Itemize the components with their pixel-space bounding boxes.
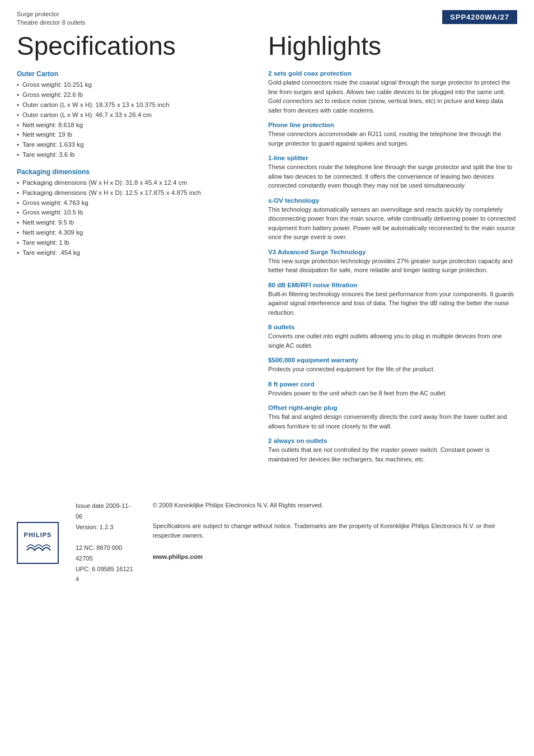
highlight-item-emi-rfi: 80 dB EMI/RFI noise filtrationBuilt-in f… xyxy=(268,282,517,318)
highlight-desc: This flat and angled design conveniently… xyxy=(268,412,517,431)
list-item: Gross weight: 10.5 lb xyxy=(17,208,246,218)
specifications-column: Specifications Outer Carton Gross weight… xyxy=(17,30,257,471)
philips-logo: PHILIPS xyxy=(17,522,59,564)
outer-carton-list: Gross weight: 10.251 kgGross weight: 22.… xyxy=(17,80,246,160)
nc-label: 12 NC: 8670 000 42705 xyxy=(76,543,136,563)
list-item: Nett weight: 9.5 lb xyxy=(17,218,246,228)
highlight-title: 1-line splitter xyxy=(268,155,517,161)
highlight-desc: Built-in filtering technology ensures th… xyxy=(268,290,517,318)
highlight-item-phone-line: Phone line protectionThese connectors ac… xyxy=(268,122,517,148)
highlight-title: s-OV technology xyxy=(268,197,517,204)
product-subtitle: Theatre director 8 outlets xyxy=(17,19,85,26)
logo-waves xyxy=(24,540,52,554)
issue-date: Issue date 2009-11-06 xyxy=(76,501,136,521)
highlight-desc: These connectors route the telephone lin… xyxy=(268,162,517,190)
list-item: Tare weight: 1 lb xyxy=(17,238,246,248)
list-item: Gross weight: 4.763 kg xyxy=(17,198,246,208)
highlight-item-1-line-splitter: 1-line splitterThese connectors route th… xyxy=(268,155,517,190)
list-item: Packaging dimensions (W x H x D): 12.5 x… xyxy=(17,188,246,198)
highlight-title: $500,000 equipment warranty xyxy=(268,357,517,363)
highlight-desc: Converts one outlet into eight outlets a… xyxy=(268,332,517,350)
highlight-item-gold-coax: 2 sets gold coax protectionGold-plated c… xyxy=(268,70,517,115)
list-item: Nett weight: 19 lb xyxy=(17,130,246,140)
packaging-dimensions-title: Packaging dimensions xyxy=(17,168,246,176)
list-item: Nett weight: 4.309 kg xyxy=(17,228,246,238)
highlight-item-2-always-on: 2 always on outletsTwo outlets that are … xyxy=(268,437,517,464)
highlight-title: Phone line protection xyxy=(268,122,517,128)
list-item: Outer carton (L x W x H): 46.7 x 33 x 26… xyxy=(17,110,246,120)
footer: PHILIPS Issue date 2009-11-06 Version: 1… xyxy=(0,487,534,596)
highlight-title: 8 outlets xyxy=(268,324,517,330)
logo-waves-svg xyxy=(24,540,52,553)
list-item: Tare weight: 3.6 lb xyxy=(17,150,246,160)
highlight-title: 80 dB EMI/RFI noise filtration xyxy=(268,282,517,288)
highlight-title: 8 ft power cord xyxy=(268,381,517,388)
highlight-desc: This new surge protection technology pro… xyxy=(268,256,517,275)
product-code: SPP4200WA/27 xyxy=(450,13,509,21)
footer-col-1: Issue date 2009-11-06 Version: 1.2.3 12 … xyxy=(76,501,136,585)
highlights-heading: Highlights xyxy=(268,32,517,60)
list-item: Gross weight: 22.6 lb xyxy=(17,90,246,100)
upc-label: UPC: 6 09585 16121 4 xyxy=(76,564,136,585)
highlight-title: 2 sets gold coax protection xyxy=(268,70,517,77)
list-item: Packaging dimensions (W x H x D): 31.8 x… xyxy=(17,178,246,188)
page-wrapper: Surge protector Theatre director 8 outle… xyxy=(0,0,534,756)
outer-carton-title: Outer Carton xyxy=(17,70,246,78)
footer-col-2: © 2009 Koninklijke Philips Electronics N… xyxy=(153,501,517,585)
logo-text: PHILIPS xyxy=(24,531,52,538)
highlights-container: 2 sets gold coax protectionGold-plated c… xyxy=(268,70,517,464)
highlight-title: 2 always on outlets xyxy=(268,437,517,444)
highlight-item-power-cord: 8 ft power cordProvides power to the uni… xyxy=(268,381,517,398)
highlight-item-offset-plug: Offset right-angle plugThis flat and ang… xyxy=(268,404,517,431)
highlight-item-v3-surge: V3 Advanced Surge TechnologyThis new sur… xyxy=(268,249,517,275)
highlights-column: Highlights 2 sets gold coax protectionGo… xyxy=(257,30,517,471)
highlight-title: V3 Advanced Surge Technology xyxy=(268,249,517,255)
list-item: Nett weight: 8.618 kg xyxy=(17,120,246,130)
list-item: Tare weight: .454 kg xyxy=(17,248,246,258)
highlight-item-warranty: $500,000 equipment warrantyProtects your… xyxy=(268,357,517,374)
version: Version: 1.2.3 xyxy=(76,522,136,533)
specifications-heading: Specifications xyxy=(17,32,246,60)
highlight-desc: Gold-plated connectors route the coaxial… xyxy=(268,78,517,115)
highlight-item-s-ov: s-OV technologyThis technology automatic… xyxy=(268,197,517,242)
disclaimer-text: Specifications are subject to change wit… xyxy=(153,521,517,541)
highlight-desc: Provides power to the unit which can be … xyxy=(268,389,517,398)
website: www.philips.com xyxy=(153,552,517,562)
highlight-title: Offset right-angle plug xyxy=(268,404,517,411)
product-type: Surge protector xyxy=(17,11,59,17)
highlight-item-8-outlets: 8 outletsConverts one outlet into eight … xyxy=(268,324,517,350)
highlight-desc: This technology automatically senses an … xyxy=(268,205,517,242)
header-left: Surge protector Theatre director 8 outle… xyxy=(17,10,85,27)
list-item: Gross weight: 10.251 kg xyxy=(17,80,246,90)
header: Surge protector Theatre director 8 outle… xyxy=(0,0,534,30)
list-item: Tare weight: 1.633 kg xyxy=(17,140,246,150)
list-item: Outer carton (L x W x H): 18.375 x 13 x … xyxy=(17,100,246,110)
footer-info: Issue date 2009-11-06 Version: 1.2.3 12 … xyxy=(76,501,517,585)
main-content: Specifications Outer Carton Gross weight… xyxy=(0,30,534,471)
copyright-text: © 2009 Koninklijke Philips Electronics N… xyxy=(153,501,517,511)
packaging-dimensions-list: Packaging dimensions (W x H x D): 31.8 x… xyxy=(17,178,246,258)
product-code-box: SPP4200WA/27 xyxy=(442,10,517,24)
highlight-desc: Two outlets that are not controlled by t… xyxy=(268,445,517,464)
highlight-desc: These connectors accommodate an RJ11 cor… xyxy=(268,129,517,148)
highlight-desc: Protects your connected equipment for th… xyxy=(268,365,517,374)
